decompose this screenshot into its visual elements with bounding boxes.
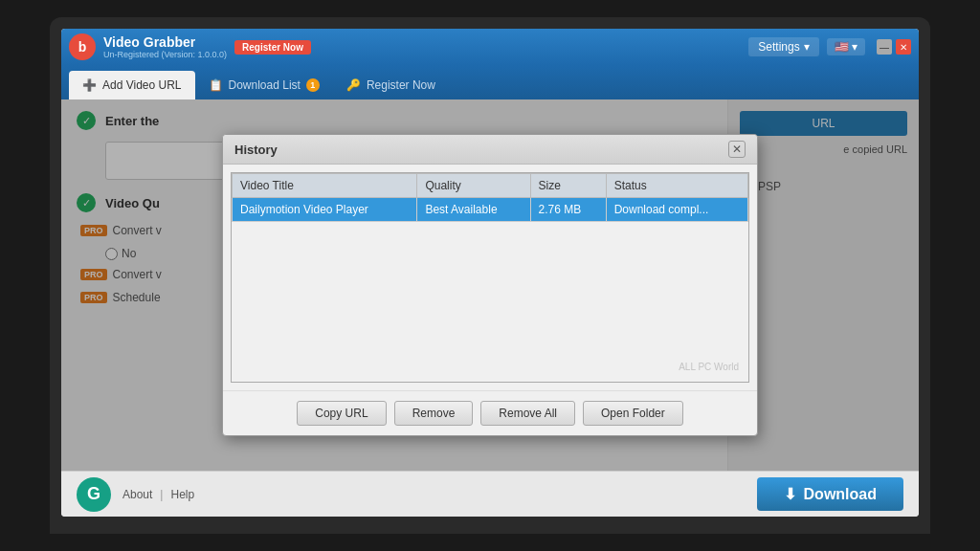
app-logo-g: G [77, 477, 111, 512]
modal-body: Video Title Quality Size Status [223, 165, 757, 390]
copy-url-button[interactable]: Copy URL [297, 401, 386, 426]
row-quality: Best Available [417, 198, 530, 222]
download-button[interactable]: ⬇ Download [757, 477, 903, 511]
app-title-group: Video Grabber Un-Registered (Version: 1.… [103, 34, 227, 59]
tab-add-video-label: Add Video URL [102, 78, 182, 92]
app-window: b Video Grabber Un-Registered (Version: … [61, 29, 919, 517]
about-link[interactable]: About [122, 488, 152, 501]
watermark-text: ALL PC World [679, 362, 739, 372]
row-status: Download compl... [606, 198, 747, 222]
modal-close-button[interactable]: ✕ [728, 141, 746, 158]
register-icon: 🔑 [346, 78, 361, 92]
history-table-container[interactable]: Video Title Quality Size Status [231, 172, 749, 383]
language-button[interactable]: 🇺🇸 ▾ [827, 38, 865, 55]
col-size: Size [530, 174, 606, 198]
chevron-down-icon: ▾ [804, 40, 810, 54]
footer-separator: | [160, 488, 163, 501]
title-bar-controls: Settings ▾ 🇺🇸 ▾ — ✕ [748, 37, 911, 56]
register-badge[interactable]: Register Now [234, 40, 311, 55]
download-label: Download [804, 486, 877, 503]
col-video-title: Video Title [233, 174, 417, 198]
app-name: Video Grabber [103, 34, 227, 50]
table-row[interactable]: Dailymotion Video Player Best Available … [233, 198, 748, 222]
tab-bar: ➕ Add Video URL 📋 Download List 1 🔑 Regi… [61, 65, 919, 99]
tab-register[interactable]: 🔑 Register Now [333, 71, 449, 99]
footer-links: About | Help [122, 488, 194, 501]
tab-register-label: Register Now [367, 78, 435, 92]
minimize-button[interactable]: — [877, 39, 892, 55]
download-list-badge: 1 [306, 78, 320, 92]
tab-download-list[interactable]: 📋 Download List 1 [195, 71, 333, 99]
col-quality: Quality [417, 174, 530, 198]
modal-overlay: History ✕ Video Title Quality [61, 99, 919, 471]
title-bar: b Video Grabber Un-Registered (Version: … [61, 29, 919, 65]
close-button[interactable]: ✕ [896, 39, 911, 55]
settings-label: Settings [758, 40, 799, 54]
row-title: Dailymotion Video Player [233, 198, 417, 222]
history-modal: History ✕ Video Title Quality [222, 134, 758, 436]
help-link[interactable]: Help [170, 488, 194, 501]
laptop-shell: b Video Grabber Un-Registered (Version: … [50, 17, 930, 534]
remove-button[interactable]: Remove [394, 401, 474, 426]
history-table: Video Title Quality Size Status [232, 173, 748, 222]
row-size: 2.76 MB [530, 198, 606, 222]
flag-chevron-icon: ▾ [852, 40, 858, 54]
settings-button[interactable]: Settings ▾ [748, 37, 818, 56]
laptop-screen: b Video Grabber Un-Registered (Version: … [61, 29, 919, 517]
modal-footer: Copy URL Remove Remove All Open Folder [223, 390, 757, 435]
bottom-bar: G About | Help ⬇ Download [61, 471, 919, 517]
col-status: Status [606, 174, 747, 198]
open-folder-button[interactable]: Open Folder [583, 401, 683, 426]
flag-icon: 🇺🇸 [835, 40, 849, 54]
modal-header: History ✕ [223, 135, 757, 165]
remove-all-button[interactable]: Remove All [480, 401, 575, 426]
add-video-icon: ➕ [82, 78, 97, 92]
tab-add-video[interactable]: ➕ Add Video URL [69, 71, 195, 99]
tab-download-list-label: Download List [229, 78, 301, 92]
modal-title: History [234, 143, 278, 157]
history-table-body: Dailymotion Video Player Best Available … [233, 198, 748, 222]
history-table-head: Video Title Quality Size Status [233, 174, 748, 198]
download-icon: ⬇ [784, 485, 796, 503]
logo-letter: b [78, 39, 87, 55]
window-controls: — ✕ [877, 39, 911, 55]
download-list-icon: 📋 [209, 78, 223, 92]
app-logo: b [69, 33, 96, 60]
app-subtitle: Un-Registered (Version: 1.0.0.0) [103, 50, 227, 59]
logo-g-letter: G [87, 484, 100, 504]
